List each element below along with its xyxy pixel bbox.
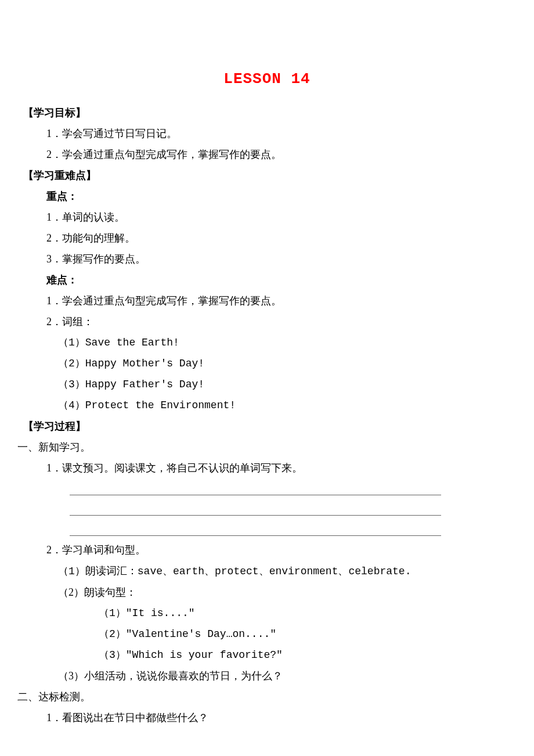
process-item: 2．学习单词和句型。 [46, 539, 488, 560]
goal-item: 2．学会通过重点句型完成写作，掌握写作的要点。 [46, 144, 488, 165]
section-heading-process: 【学习过程】 [23, 416, 488, 437]
sentence-pattern-item: （2）"Valentine's Day…on...." [99, 624, 488, 645]
write-in-blank[interactable] [70, 519, 441, 536]
phrase-item: （4）Protect the Environment! [58, 395, 488, 416]
sentence-pattern-item: （3）"Which is your favorite?" [99, 645, 488, 665]
key-point-item: 2．功能句的理解。 [46, 228, 488, 249]
difficult-points-label: 难点： [46, 269, 488, 290]
process-subitem: （1）朗读词汇：save、earth、protect、environment、c… [58, 560, 488, 582]
document-page: LESSON 14 【学习目标】 1．学会写通过节日写日记。 2．学会通过重点句… [0, 0, 534, 756]
section-heading-key-difficult: 【学习重难点】 [23, 165, 488, 186]
key-points-label: 重点： [46, 186, 488, 207]
section-one-heading: 一、新知学习。 [17, 437, 488, 458]
key-point-item: 1．单词的认读。 [46, 207, 488, 228]
phrase-item: （1）Save the Earth! [58, 332, 488, 353]
difficult-point-item: 1．学会通过重点句型完成写作，掌握写作的要点。 [46, 290, 488, 311]
section-heading-goals: 【学习目标】 [23, 102, 488, 123]
phrase-item: （2）Happy Mother's Day! [58, 353, 488, 374]
key-point-item: 3．掌握写作的要点。 [46, 249, 488, 269]
write-in-blank[interactable] [70, 499, 441, 516]
process-item: 1．课文预习。阅读课文，将自己不认识的单词写下来。 [46, 458, 488, 478]
assessment-item: 1．看图说出在节日中都做些什么？ [46, 707, 488, 728]
phrase-item: （3）Happy Father's Day! [58, 374, 488, 395]
lesson-title: LESSON 14 [46, 64, 488, 94]
process-subitem: （2）朗读句型： [58, 582, 488, 603]
goal-item: 1．学会写通过节日写日记。 [46, 123, 488, 144]
difficult-point-item: 2．词组： [46, 311, 488, 332]
sentence-pattern-item: （1）"It is...." [99, 603, 488, 624]
process-subitem: （3）小组活动，说说你最喜欢的节日，为什么？ [58, 665, 488, 686]
section-two-heading: 二、达标检测。 [17, 686, 488, 707]
vocab-line: （1）朗读词汇：save、earth、protect、environment、c… [58, 566, 411, 577]
write-in-blank[interactable] [70, 478, 441, 495]
